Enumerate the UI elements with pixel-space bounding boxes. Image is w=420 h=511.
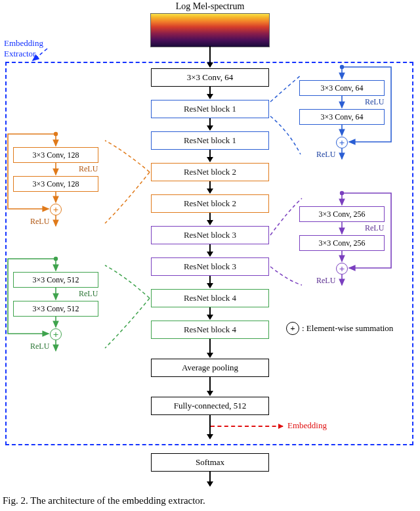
arrow [209,377,211,395]
legend: + : Element-wise summation [286,322,393,335]
relu-label: ReLU [316,150,335,160]
arrow [209,339,211,357]
embedding-arrow [211,426,283,427]
embedding-extractor-label: Embedding Extractor [4,38,43,59]
resnet-block-2a: ResNet block 2 [151,163,269,181]
relu-label: ReLU [30,217,49,227]
resnet-block-3a: ResNet block 3 [151,226,269,244]
legend-text: : Element-wise summation [302,323,393,334]
element-sum-icon: + [50,204,62,215]
relu-label: ReLU [316,276,335,286]
resnet-block-2b: ResNet block 2 [151,194,269,213]
relu-label: ReLU [79,289,98,299]
average-pooling: Average pooling [151,359,269,377]
conv-64: 3×3 Conv, 64 [151,68,269,87]
detail-conv: 3×3 Conv, 256 [299,206,385,222]
relu-label: ReLU [79,164,98,174]
detail-conv: 3×3 Conv, 128 [13,176,98,192]
element-sum-icon: + [336,263,348,275]
relu-label: ReLU [30,342,49,351]
mel-spectrum-image [150,13,270,47]
detail-conv: 3×3 Conv, 128 [13,147,98,163]
element-sum-icon: + [286,322,299,335]
arrow [209,213,211,225]
element-sum-icon: + [336,137,348,148]
arrow [209,87,211,99]
detail-conv: 3×3 Conv, 64 [299,80,385,96]
arrow [209,307,211,319]
resnet-block-4a: ResNet block 4 [151,289,269,307]
arrow [209,150,211,162]
arrow [209,415,211,439]
relu-label: ReLU [365,97,384,107]
arrow [209,46,211,67]
figure-caption: Fig. 2. The architecture of the embeddin… [3,495,205,506]
resnet-block-1b: ResNet block 1 [151,131,269,150]
arrow [209,181,211,193]
embedding-label: Embedding [287,420,327,431]
relu-label: ReLU [365,223,384,233]
detail-conv: 3×3 Conv, 256 [299,235,385,251]
element-sum-icon: + [50,328,62,340]
detail-conv: 3×3 Conv, 64 [299,109,385,125]
input-label: Log Mel-spectrum [176,1,245,12]
fully-connected: Fully-connected, 512 [151,397,269,415]
softmax: Softmax [151,453,269,472]
arrow [209,118,211,130]
detail-conv: 3×3 Conv, 512 [13,272,98,288]
arrow [209,276,211,288]
arrow [209,472,211,486]
resnet-block-4b: ResNet block 4 [151,321,269,339]
detail-conv: 3×3 Conv, 512 [13,301,98,317]
resnet-block-1a: ResNet block 1 [151,100,269,118]
resnet-block-3b: ResNet block 3 [151,257,269,276]
arrow [209,244,211,256]
diagram-canvas: Log Mel-spectrum Embedding Extractor 3×3… [0,0,420,511]
